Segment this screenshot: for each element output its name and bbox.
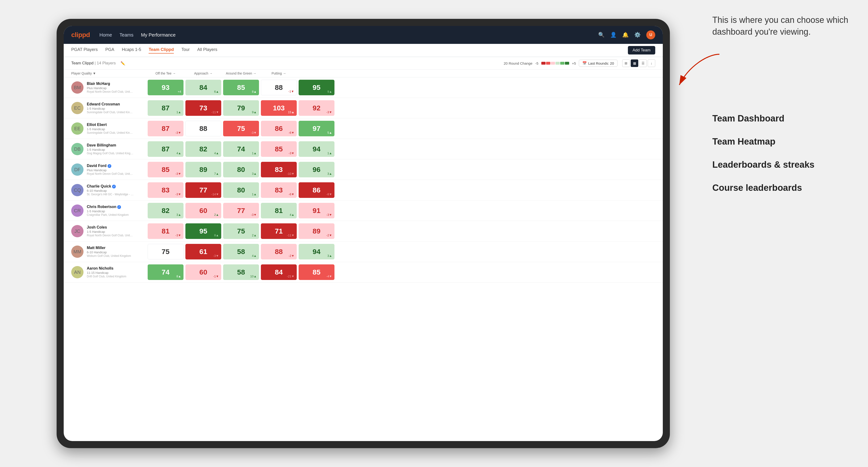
team-header: Team Clippd | 14 Players ✏️ 20 Round Cha… — [64, 57, 663, 69]
putting-cell[interactable]: 963▲ — [299, 162, 335, 177]
approach-cell[interactable]: 858▲ — [223, 80, 259, 95]
around-green-cell[interactable]: 71-11▼ — [261, 223, 297, 239]
col-off-tee[interactable]: Off the Tee → — [147, 71, 184, 75]
off-tee-cell[interactable]: 73-11▼ — [185, 100, 221, 116]
approach-cell[interactable]: 584▲ — [223, 244, 259, 259]
list-view-button[interactable]: ☰ — [639, 59, 647, 67]
approach-cell[interactable]: 801▲ — [223, 182, 259, 198]
player-quality-cell[interactable]: 75 — [148, 244, 184, 259]
player-quality-cell[interactable]: 87-3▼ — [148, 121, 184, 136]
off-tee-cell[interactable]: 77-14▼ — [185, 182, 221, 198]
approach-cell[interactable]: 75-3▼ — [223, 121, 259, 136]
user-avatar[interactable]: U — [646, 30, 655, 39]
player-info-0[interactable]: BMBlair McHargPlus HandicapRoyal North D… — [71, 81, 147, 94]
approach-cell[interactable]: 799▲ — [223, 100, 259, 116]
col-putting[interactable]: Putting → — [260, 71, 298, 75]
nav-link-my-performance[interactable]: My Performance — [141, 32, 176, 38]
off-tee-cell[interactable]: 61-3▼ — [185, 244, 221, 259]
player-info-8[interactable]: MMMatt Miller6-10 HandicapWoburn Golf Cl… — [71, 246, 147, 258]
putting-cell[interactable]: 959▲ — [299, 80, 335, 95]
search-icon[interactable]: 🔍 — [598, 32, 604, 38]
around-green-cell[interactable]: 88-1▼ — [261, 80, 297, 95]
col-approach[interactable]: Approach → — [184, 71, 222, 75]
around-green-cell[interactable]: 814▲ — [261, 203, 297, 218]
putting-cell[interactable]: 943▲ — [299, 244, 335, 259]
sub-nav-pgat[interactable]: PGAT Players — [71, 47, 98, 54]
around-green-cell[interactable]: 84-21▼ — [261, 264, 297, 280]
sub-nav-all-players[interactable]: All Players — [197, 47, 217, 54]
player-info-7[interactable]: JCJosh Coles1-5 HandicapRoyal North Devo… — [71, 225, 147, 237]
player-quality-cell[interactable]: 85-3▼ — [148, 162, 184, 177]
player-quality-cell[interactable]: 871▲ — [148, 100, 184, 116]
around-green-cell[interactable]: 86-6▼ — [261, 121, 297, 136]
col-player-quality[interactable]: Player Quality ▼ — [71, 71, 147, 75]
player-quality-cell[interactable]: 823▲ — [148, 203, 184, 218]
col-around-green[interactable]: Around the Green → — [222, 71, 260, 75]
approach-cell[interactable]: 5810▲ — [223, 264, 259, 280]
putting-cell[interactable]: 91-3▼ — [299, 203, 335, 218]
color-seg-green-dark — [565, 62, 569, 65]
around-green-cell[interactable]: 83-6▼ — [261, 182, 297, 198]
grid-view-button[interactable]: ⊞ — [622, 59, 630, 67]
nav-link-teams[interactable]: Teams — [120, 32, 133, 38]
score-change: -3▼ — [327, 213, 332, 217]
settings-icon[interactable]: ⚙️ — [634, 32, 641, 38]
player-details: Matt Miller6-10 HandicapWoburn Golf Club… — [87, 246, 131, 257]
profile-icon[interactable]: 👤 — [610, 32, 617, 38]
off-tee-cell[interactable]: 88 — [185, 121, 221, 136]
approach-cell[interactable]: 803▲ — [223, 162, 259, 177]
score-value: 75 — [237, 125, 245, 132]
around-green-cell[interactable]: 10315▲ — [261, 100, 297, 116]
approach-cell[interactable]: 752▲ — [223, 223, 259, 239]
player-quality-cell[interactable]: 748▲ — [148, 264, 184, 280]
bell-icon[interactable]: 🔔 — [622, 32, 628, 38]
off-tee-cell[interactable]: 958▲ — [185, 223, 221, 239]
sub-nav-team-clippd[interactable]: Team Clippd — [149, 47, 174, 54]
player-info-9[interactable]: ANAaron Nicholls11-15 HandicapDrift Golf… — [71, 266, 147, 278]
off-tee-cell[interactable]: 824▲ — [185, 141, 221, 157]
sub-nav-pga[interactable]: PGA — [105, 47, 114, 54]
player-info-1[interactable]: ECEdward Crossman1-5 HandicapSunningdale… — [71, 102, 147, 114]
off-tee-cell[interactable]: 60-1▼ — [185, 264, 221, 280]
player-name: Elliot Ebert — [87, 123, 134, 127]
around-green-cell[interactable]: 83-10▼ — [261, 162, 297, 177]
player-info-5[interactable]: CQCharlie Quick✓6-10 HandicapSt. George'… — [71, 184, 147, 196]
player-quality-cell[interactable]: 874▲ — [148, 141, 184, 157]
score-value: 87 — [161, 145, 169, 153]
last-rounds-button[interactable]: 📅 Last Rounds: 20 — [579, 60, 618, 67]
score-change: 15▲ — [288, 111, 294, 114]
putting-cell[interactable]: 941▲ — [299, 141, 335, 157]
download-button[interactable]: ↓ — [648, 59, 655, 67]
off-tee-cell[interactable]: 602▲ — [185, 203, 221, 218]
score-change: 4▲ — [290, 213, 294, 217]
off-tee-cell[interactable]: 846▲ — [185, 80, 221, 95]
approach-cell[interactable]: 77-3▼ — [223, 203, 259, 218]
putting-cell[interactable]: 92-3▼ — [299, 100, 335, 116]
putting-cell[interactable]: 86-8▼ — [299, 182, 335, 198]
around-green-cell[interactable]: 85-3▼ — [261, 141, 297, 157]
player-quality-cell[interactable]: 93+4 — [148, 80, 184, 95]
score-value: 85 — [312, 268, 320, 276]
nav-links: Home Teams My Performance — [99, 32, 598, 38]
add-team-button[interactable]: Add Team — [628, 46, 655, 55]
putting-cell[interactable]: 89-2▼ — [299, 223, 335, 239]
player-quality-cell[interactable]: 81-3▼ — [148, 223, 184, 239]
player-info-3[interactable]: DBDave Billingham1-5 HandicapGog Magog G… — [71, 143, 147, 155]
player-handicap: 1-5 Handicap — [87, 107, 134, 111]
player-quality-cell[interactable]: 83-3▼ — [148, 182, 184, 198]
around-green-cell[interactable]: 88-2▼ — [261, 244, 297, 259]
off-tee-cell[interactable]: 897▲ — [185, 162, 221, 177]
player-info-2[interactable]: EEElliot Ebert1-5 HandicapSunningdale Go… — [71, 122, 147, 135]
player-info-6[interactable]: CRChris Robertson✓1-5 HandicapCraigmilla… — [71, 205, 147, 217]
putting-cell[interactable]: 85-4▼ — [299, 264, 335, 280]
edit-team-icon[interactable]: ✏️ — [121, 61, 125, 66]
putting-cell[interactable]: 975▲ — [299, 121, 335, 136]
table-row: MMMatt Miller6-10 HandicapWoburn Golf Cl… — [64, 242, 663, 262]
sub-nav-hcaps[interactable]: Hcaps 1-5 — [122, 47, 141, 54]
approach-cell[interactable]: 741▲ — [223, 141, 259, 157]
score-value: 87 — [161, 125, 169, 132]
nav-link-home[interactable]: Home — [99, 32, 112, 38]
sub-nav-tour[interactable]: Tour — [181, 47, 190, 54]
player-info-4[interactable]: DFDavid Ford✓Plus HandicapRoyal North De… — [71, 163, 147, 176]
heatmap-view-button[interactable]: ▦ — [631, 59, 638, 67]
